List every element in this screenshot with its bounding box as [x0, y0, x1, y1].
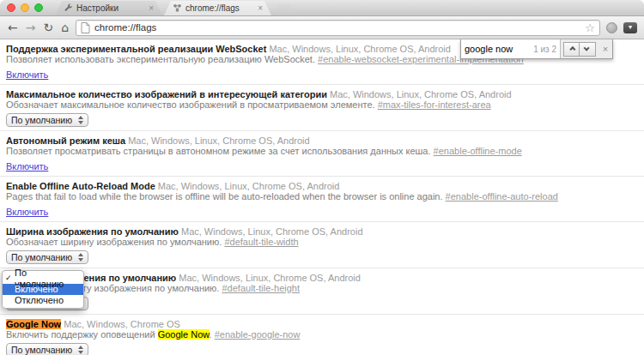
- flag-hash-link[interactable]: #max-tiles-for-interest-area: [378, 99, 491, 110]
- extension-badge-icon[interactable]: ▾: [623, 22, 637, 33]
- description-text: Обозначает ширину изображения по умолчан…: [6, 237, 224, 247]
- stepper-up-arrow: [78, 253, 83, 256]
- forward-button[interactable]: →: [25, 21, 37, 33]
- close-window-button[interactable]: [7, 3, 15, 12]
- stepper-icon: [78, 253, 83, 262]
- minimize-window-button[interactable]: [21, 3, 29, 12]
- flag-action: Включить: [6, 203, 638, 219]
- flag-description: Pages that fail to load while the browse…: [6, 191, 638, 202]
- checkmark-icon: ✓: [5, 273, 15, 284]
- flag-platforms: Mac, Windows, Linux, Chrome OS, Android: [176, 273, 361, 283]
- toolbar: ← → ↻ ⌂ chrome://flags ☆ ▾: [0, 16, 644, 39]
- default-select-button[interactable]: По умолчанию: [6, 113, 88, 127]
- bookmark-star-icon[interactable]: ☆: [585, 22, 595, 33]
- stepper-icon: [78, 116, 83, 124]
- zoom-window-button[interactable]: [34, 3, 43, 12]
- stepper-down-arrow: [78, 351, 83, 354]
- find-nav-buttons: [561, 39, 598, 58]
- flag-title-line: Автономный режим кеша Mac, Windows, Linu…: [6, 135, 638, 146]
- extension-circle-icon[interactable]: [606, 22, 617, 33]
- stepper-icon: [78, 346, 83, 354]
- page-icon: [81, 22, 90, 33]
- flag-hash-link[interactable]: #enable-google-now: [215, 329, 301, 340]
- flags-list: Поддержка экспериментальной реализации W…: [0, 39, 644, 355]
- default-select-button[interactable]: По умолчанию: [6, 250, 88, 264]
- traffic-lights: [7, 0, 43, 15]
- flag-title: Google Now: [6, 319, 61, 329]
- flag-platforms: Mac, Windows, Chrome OS: [61, 319, 180, 329]
- flag-platforms: Mac, Windows, Linux, Chrome OS, Android: [179, 226, 363, 237]
- chevron-up-icon: [569, 45, 575, 51]
- stepper-down-arrow: [78, 258, 83, 262]
- enable-link[interactable]: Включить: [6, 161, 48, 171]
- new-tab-button[interactable]: [273, 3, 295, 15]
- flag-description: Обозначает высоту изображения по умолчан…: [6, 283, 638, 294]
- description-text: Включить поддержку оповещений: [6, 329, 158, 340]
- select-label: По умолчанию: [11, 345, 72, 355]
- wrench-icon: [64, 3, 73, 13]
- find-match-highlight: Google Now: [158, 329, 210, 340]
- find-match-counter: 1 из 2: [533, 45, 556, 54]
- chevron-down-icon: [583, 45, 589, 51]
- flag-row: Ширина изображения по умолчанию Mac, Win…: [0, 222, 644, 268]
- flag-hash-link[interactable]: #enable-offline-mode: [434, 146, 522, 156]
- flag-action: По умолчанию: [6, 295, 638, 311]
- description-text: Pages that fail to load while the browse…: [6, 191, 446, 202]
- flag-title: Максимальное количество изображений в ин…: [6, 89, 327, 99]
- flag-row: Высота изображения по умолчанию Mac, Win…: [0, 268, 644, 315]
- menu-option-label: Включено: [15, 284, 58, 295]
- tab-settings[interactable]: Настройки ×: [55, 1, 162, 15]
- default-select-button[interactable]: По умолчанию: [6, 343, 88, 355]
- menu-option[interactable]: Отключено: [3, 295, 83, 306]
- flag-description: Включить поддержку оповещений Google Now…: [6, 329, 638, 340]
- flag-description: Позволяет просматривать страницы в автон…: [6, 146, 638, 157]
- description-text: Обозначает максимальное количество изобр…: [6, 99, 378, 110]
- flag-title-line: Enable Offline Auto-Reload Mode Mac, Win…: [6, 181, 638, 191]
- find-next-button[interactable]: [580, 42, 596, 57]
- tab-strip: Настройки × chrome://flags ×: [0, 0, 644, 16]
- back-button[interactable]: ←: [7, 21, 19, 33]
- find-input[interactable]: [465, 44, 519, 54]
- flag-title: Enable Offline Auto-Reload Mode: [6, 181, 155, 191]
- tab-label: chrome://flags: [185, 3, 254, 13]
- reload-button[interactable]: ↻: [42, 21, 54, 33]
- flag-title-line: Максимальное количество изображений в ин…: [6, 89, 638, 99]
- enable-link[interactable]: Включить: [6, 69, 48, 80]
- flag-hash-link[interactable]: #enable-offline-auto-reload: [446, 191, 558, 202]
- flag-row: Максимальное количество изображений в ин…: [0, 85, 644, 131]
- find-previous-button[interactable]: [563, 42, 580, 57]
- tab-close-icon[interactable]: ×: [258, 4, 263, 13]
- menu-option[interactable]: ✓По умолчанию: [3, 273, 83, 284]
- flag-action: По умолчанию: [6, 111, 638, 128]
- url-text: chrome://flags: [94, 22, 580, 33]
- select-label: По умолчанию: [11, 115, 72, 125]
- flag-row: Автономный режим кеша Mac, Windows, Linu…: [0, 131, 644, 177]
- flag-row: Google Now Mac, Windows, Chrome OSВключи…: [0, 315, 644, 355]
- google-now-dropdown-menu: ✓По умолчаниюВключеноОтключено: [2, 270, 84, 309]
- flag-title-line: Высота изображения по умолчанию Mac, Win…: [6, 273, 638, 283]
- flag-platforms: Mac, Windows, Linux, Chrome OS, Android: [266, 44, 451, 54]
- tab-chrome-flags[interactable]: chrome://flags ×: [164, 1, 271, 15]
- flag-action: По умолчанию: [6, 249, 638, 265]
- stepper-down-arrow: [78, 121, 83, 124]
- find-close-icon[interactable]: ×: [598, 39, 612, 58]
- browser-window: { "window": { "tab_close_glyph": "×", "t…: [0, 0, 644, 355]
- tab-label: Настройки: [76, 3, 145, 13]
- enable-link[interactable]: Включить: [6, 207, 48, 217]
- description-text: Позволяет просматривать страницы в автон…: [6, 146, 434, 156]
- home-button[interactable]: ⌂: [60, 21, 70, 33]
- flag-title: Автономный режим кеша: [6, 135, 125, 146]
- flag-title-line: Ширина изображения по умолчанию Mac, Win…: [6, 226, 638, 237]
- tab-close-icon[interactable]: ×: [149, 4, 154, 13]
- stepper-up-arrow: [78, 346, 83, 349]
- flag-hash-link[interactable]: #default-tile-height: [222, 283, 301, 293]
- flag-platforms: Mac, Windows, Linux, Chrome OS, Android: [327, 89, 512, 99]
- flag-title: Поддержка экспериментальной реализации W…: [6, 44, 266, 54]
- address-bar[interactable]: chrome://flags ☆: [76, 20, 600, 36]
- flag-action: Включить: [6, 66, 638, 81]
- flag-title-line: Google Now Mac, Windows, Chrome OS: [6, 319, 638, 329]
- find-bar: 1 из 2 ×: [460, 39, 613, 59]
- flag-action: Включить: [6, 158, 638, 173]
- molecule-icon: [173, 3, 182, 13]
- flag-hash-link[interactable]: #default-tile-width: [224, 237, 298, 247]
